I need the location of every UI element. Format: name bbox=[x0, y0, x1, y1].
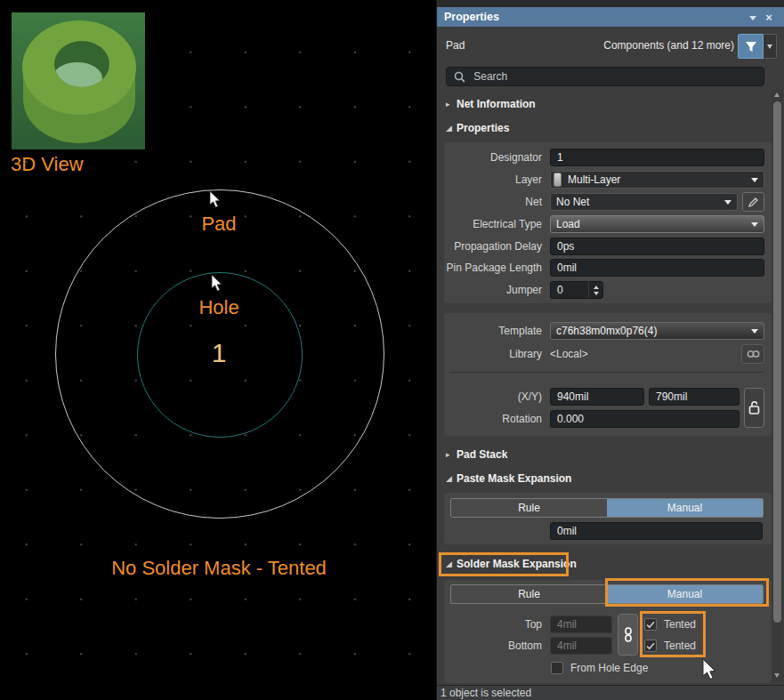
tented-bottom-option[interactable]: Tented bbox=[644, 640, 696, 652]
chevron-down-icon bbox=[724, 200, 731, 205]
scope-label[interactable]: Components (and 12 more) bbox=[603, 39, 734, 52]
chevron-down-icon bbox=[751, 329, 758, 334]
tented-top-option[interactable]: Tented bbox=[644, 618, 696, 631]
net-row: Net No Net bbox=[444, 193, 772, 211]
scrollbar-thumb[interactable] bbox=[773, 101, 781, 623]
panel-top-strip bbox=[437, 0, 784, 7]
from-hole-edge-option[interactable]: From Hole Edge bbox=[551, 662, 648, 674]
scroll-down-icon[interactable] bbox=[774, 673, 780, 678]
paste-mask-group: Rule Manual bbox=[444, 493, 772, 544]
canvas-caption: No Solder Mask - Tented bbox=[0, 557, 438, 580]
chevron-expanded-icon: ◢ bbox=[446, 474, 457, 483]
tented-top-label: Tented bbox=[664, 618, 696, 631]
tented-top-checkbox[interactable] bbox=[644, 618, 657, 631]
panel-menu-icon[interactable] bbox=[745, 12, 761, 22]
propagation-delay-row: Propagation Delay bbox=[444, 237, 772, 255]
funnel-icon bbox=[745, 41, 757, 52]
x-field[interactable] bbox=[550, 388, 644, 406]
rotation-field[interactable] bbox=[550, 410, 740, 428]
paste-manual-button[interactable]: Manual bbox=[607, 499, 763, 517]
net-dropdown[interactable]: No Net bbox=[550, 193, 738, 211]
designator-field[interactable] bbox=[550, 149, 764, 166]
jumper-label: Jumper bbox=[444, 284, 542, 296]
solder-manual-button[interactable]: Manual bbox=[607, 585, 763, 603]
y-field[interactable] bbox=[649, 388, 740, 406]
pcb-canvas[interactable]: 3D View Pad Hole 1 No Solder Mask - Tent… bbox=[0, 0, 436, 700]
section-paste-mask-expansion[interactable]: ◢ Paste Mask Expansion bbox=[437, 471, 772, 487]
designator-label: Designator bbox=[444, 151, 542, 164]
chevron-expanded-icon: ◢ bbox=[446, 124, 457, 133]
chevron-right-icon: ▸ bbox=[446, 100, 457, 109]
pin-package-length-row: Pin Package Length bbox=[444, 259, 772, 277]
panel-title: Properties bbox=[444, 11, 745, 23]
solder-bottom-field[interactable] bbox=[550, 637, 612, 655]
spin-down-icon[interactable] bbox=[594, 292, 599, 295]
search-icon bbox=[454, 71, 465, 83]
object-type-label: Pad bbox=[446, 39, 465, 52]
solder-mask-group: Rule Manual Top Bottom Tented bbox=[444, 580, 772, 683]
electrical-type-dropdown[interactable]: Load bbox=[550, 215, 764, 233]
filter-dropdown-button[interactable] bbox=[764, 34, 777, 59]
search-input[interactable] bbox=[472, 69, 756, 84]
paste-mask-value-field[interactable] bbox=[550, 522, 763, 540]
scroll-up-icon[interactable] bbox=[774, 93, 780, 97]
chevron-down-icon bbox=[751, 222, 758, 227]
net-label: Net bbox=[444, 196, 542, 208]
vertical-chain-icon bbox=[624, 627, 633, 642]
pin-package-length-label: Pin Package Length bbox=[444, 261, 542, 274]
solder-top-row: Top bbox=[444, 616, 772, 633]
section-properties[interactable]: ◢ Properties bbox=[437, 120, 772, 136]
layer-label: Layer bbox=[444, 173, 542, 186]
link-top-bottom-button[interactable] bbox=[618, 614, 638, 656]
jumper-row: Jumper 0 bbox=[444, 281, 772, 299]
lock-position-button[interactable] bbox=[744, 388, 764, 428]
template-position-group: Template c76h38m0mx0p76(4) Library <Loca… bbox=[444, 313, 772, 436]
paste-mask-mode-toggle: Rule Manual bbox=[450, 498, 764, 518]
chevron-right-icon: ▸ bbox=[446, 450, 457, 459]
spin-up-icon[interactable] bbox=[594, 286, 599, 289]
section-net-information[interactable]: ▸ Net Information bbox=[437, 96, 772, 112]
section-solder-mask-expansion[interactable]: ◢ Solder Mask Expansion bbox=[437, 556, 772, 572]
edit-net-button[interactable] bbox=[742, 192, 764, 212]
template-label: Template bbox=[444, 325, 542, 337]
layer-color-swatch bbox=[554, 173, 562, 187]
view3d-label: 3D View bbox=[11, 153, 84, 176]
paste-rule-button[interactable]: Rule bbox=[451, 499, 607, 517]
jumper-stepper[interactable]: 0 bbox=[550, 281, 603, 299]
chain-link-icon bbox=[747, 350, 760, 358]
unlock-icon bbox=[748, 400, 760, 415]
pad-designator-text: 1 bbox=[0, 338, 438, 368]
chevron-down-icon bbox=[751, 178, 758, 182]
section-pad-stack[interactable]: ▸ Pad Stack bbox=[437, 447, 772, 463]
xy-label: (X/Y) bbox=[444, 390, 542, 403]
tented-bottom-checkbox[interactable] bbox=[644, 640, 657, 652]
solder-mask-mode-toggle: Rule Manual bbox=[450, 584, 764, 604]
pin-package-length-field[interactable] bbox=[550, 259, 764, 277]
library-row: Library <Local> bbox=[444, 345, 772, 363]
close-icon[interactable]: × bbox=[761, 11, 777, 24]
chevron-expanded-icon: ◢ bbox=[446, 559, 457, 568]
pad-3d-preview bbox=[12, 12, 145, 149]
designator-row: Designator bbox=[444, 149, 772, 166]
from-hole-edge-label: From Hole Edge bbox=[570, 662, 648, 674]
pad-annotation: Pad bbox=[0, 213, 438, 236]
panel-titlebar: Properties × bbox=[437, 7, 784, 27]
solder-bottom-row: Bottom bbox=[444, 637, 772, 655]
propagation-delay-label: Propagation Delay bbox=[444, 240, 542, 253]
layer-dropdown[interactable]: Multi-Layer bbox=[550, 171, 764, 189]
vertical-scrollbar[interactable] bbox=[772, 89, 783, 681]
solder-rule-button[interactable]: Rule bbox=[451, 585, 607, 603]
tented-bottom-label: Tented bbox=[664, 640, 696, 652]
search-box[interactable] bbox=[446, 67, 764, 86]
electrical-type-row: Electrical Type Load bbox=[444, 215, 772, 233]
template-dropdown[interactable]: c76h38m0mx0p76(4) bbox=[550, 322, 764, 340]
library-link-button[interactable] bbox=[741, 344, 764, 364]
xy-row: (X/Y) bbox=[444, 388, 772, 406]
propagation-delay-field[interactable] bbox=[550, 237, 764, 255]
filter-button[interactable] bbox=[738, 34, 764, 59]
status-bar: 1 object is selected bbox=[437, 685, 784, 700]
solder-bottom-label: Bottom bbox=[444, 640, 542, 652]
solder-top-field[interactable] bbox=[550, 616, 612, 633]
from-hole-edge-checkbox[interactable] bbox=[551, 662, 563, 674]
template-row: Template c76h38m0mx0p76(4) bbox=[444, 322, 772, 340]
